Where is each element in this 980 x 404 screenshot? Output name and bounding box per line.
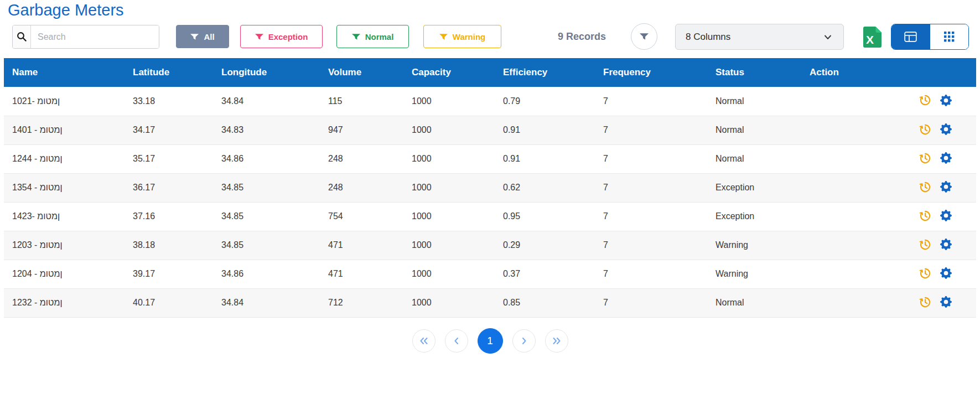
chevron-right-icon	[520, 336, 528, 345]
filter-warning-button[interactable]: Warning	[423, 25, 501, 48]
table-view-button[interactable]	[891, 24, 930, 49]
cell-frequency: 7	[595, 260, 707, 288]
column-header-volume[interactable]: Volume	[320, 58, 403, 87]
toolbar: All Exception Normal Warning 9 Records	[0, 23, 980, 51]
column-header-capacity[interactable]: Capacity	[403, 58, 495, 87]
table-row: 1021- מוטמן 33.18 34.84 115 1000 0.79 7 …	[4, 87, 976, 116]
cell-longitude: 34.86	[213, 260, 320, 288]
settings-button[interactable]	[940, 267, 952, 281]
gear-icon	[940, 239, 952, 250]
cell-frequency: 7	[595, 144, 707, 173]
gear-icon	[940, 267, 952, 279]
cell-name: 1021- מוטמן	[4, 87, 125, 116]
grid-view-button[interactable]	[930, 24, 969, 49]
history-button[interactable]	[919, 152, 932, 167]
cell-volume: 471	[320, 260, 403, 288]
cell-latitude: 35.17	[125, 144, 213, 173]
filter-exception-button[interactable]: Exception	[240, 25, 323, 48]
table-row: 1354 - מוטמן 36.17 34.85 248 1000 0.62 7…	[4, 173, 976, 202]
cell-action	[801, 173, 976, 202]
cell-name: 1401 - מוטמן	[4, 116, 125, 144]
history-icon	[919, 94, 932, 107]
cell-action	[801, 116, 976, 144]
funnel-icon	[640, 33, 649, 40]
first-page-button[interactable]	[412, 329, 435, 353]
cell-name: 1204 - מוטמן	[4, 260, 125, 288]
cell-frequency: 7	[595, 202, 707, 231]
history-icon	[919, 238, 932, 251]
settings-button[interactable]	[940, 239, 952, 252]
settings-button[interactable]	[940, 95, 952, 108]
cell-efficiency: 0.79	[495, 87, 595, 116]
cell-action	[801, 288, 976, 317]
funnel-icon	[439, 34, 448, 40]
cell-status: Normal	[707, 288, 801, 317]
table-row: 1423- מוטמן 37.16 34.85 754 1000 0.95 7 …	[4, 202, 976, 231]
table-row: 1203 - מוטמן 38.18 34.85 471 1000 0.29 7…	[4, 231, 976, 260]
chevron-down-icon	[822, 32, 833, 43]
cell-status: Normal	[707, 116, 801, 144]
records-count: 9 Records	[558, 25, 606, 48]
garbage-meters-page: Garbage Meters All Exception	[0, 0, 980, 404]
export-excel-button[interactable]: X	[861, 25, 883, 49]
history-button[interactable]	[919, 296, 932, 310]
column-header-latitude[interactable]: Latitude	[125, 58, 213, 87]
column-header-frequency[interactable]: Frequency	[595, 58, 707, 87]
gear-icon	[940, 152, 952, 164]
gear-icon	[940, 296, 952, 308]
history-button[interactable]	[919, 180, 932, 195]
filter-normal-button[interactable]: Normal	[336, 25, 409, 48]
funnel-icon	[352, 34, 360, 40]
cell-capacity: 1000	[403, 288, 495, 317]
column-header-longitude[interactable]: Longitude	[213, 58, 320, 87]
cell-latitude: 37.16	[125, 202, 213, 231]
history-button[interactable]	[919, 267, 932, 282]
filter-menu-button[interactable]	[631, 23, 657, 50]
columns-select[interactable]: 8 Columns	[675, 24, 844, 50]
cell-efficiency: 0.62	[495, 173, 595, 202]
last-page-button[interactable]	[545, 329, 568, 353]
settings-button[interactable]	[940, 152, 952, 165]
page-button-1[interactable]: 1	[478, 328, 503, 354]
page-title: Garbage Meters	[8, 1, 124, 19]
history-button[interactable]	[919, 94, 932, 108]
cell-status: Warning	[707, 231, 801, 260]
cell-volume: 248	[320, 144, 403, 173]
cell-capacity: 1000	[403, 173, 495, 202]
column-header-efficiency[interactable]: Efficiency	[495, 58, 595, 87]
table-view-icon	[904, 32, 917, 42]
next-page-button[interactable]	[512, 329, 536, 353]
table-row: 1232 - מוטמן 40.17 34.84 712 1000 0.85 7…	[4, 288, 976, 317]
search-input[interactable]	[31, 25, 159, 48]
cell-efficiency: 0.29	[495, 231, 595, 260]
data-grid: Name Latitude Longitude Volume Capacity …	[4, 58, 976, 318]
history-icon	[919, 123, 932, 136]
filter-all-button[interactable]: All	[176, 25, 229, 48]
cell-volume: 115	[320, 87, 403, 116]
gear-icon	[940, 95, 952, 106]
cell-volume: 248	[320, 173, 403, 202]
table-row: 1204 - מוטמן 39.17 34.86 471 1000 0.37 7…	[4, 260, 976, 288]
settings-button[interactable]	[940, 181, 952, 194]
history-button[interactable]	[919, 123, 932, 138]
cell-name: 1354 - מוטמן	[4, 173, 125, 202]
pagination: 1	[0, 328, 980, 354]
cell-latitude: 38.18	[125, 231, 213, 260]
column-header-status[interactable]: Status	[707, 58, 801, 87]
cell-action	[801, 144, 976, 173]
settings-button[interactable]	[940, 210, 952, 223]
settings-button[interactable]	[940, 123, 952, 137]
cell-action	[801, 260, 976, 288]
cell-longitude: 34.86	[213, 144, 320, 173]
cell-latitude: 36.17	[125, 173, 213, 202]
cell-latitude: 39.17	[125, 260, 213, 288]
cell-name: 1423- מוטמן	[4, 202, 125, 231]
history-button[interactable]	[919, 209, 932, 224]
prev-page-button[interactable]	[445, 329, 468, 353]
cell-longitude: 34.85	[213, 173, 320, 202]
column-header-name[interactable]: Name	[4, 58, 125, 87]
cell-status: Exception	[707, 173, 801, 202]
history-button[interactable]	[919, 238, 932, 253]
table-header: Name Latitude Longitude Volume Capacity …	[4, 58, 976, 87]
settings-button[interactable]	[940, 296, 952, 309]
